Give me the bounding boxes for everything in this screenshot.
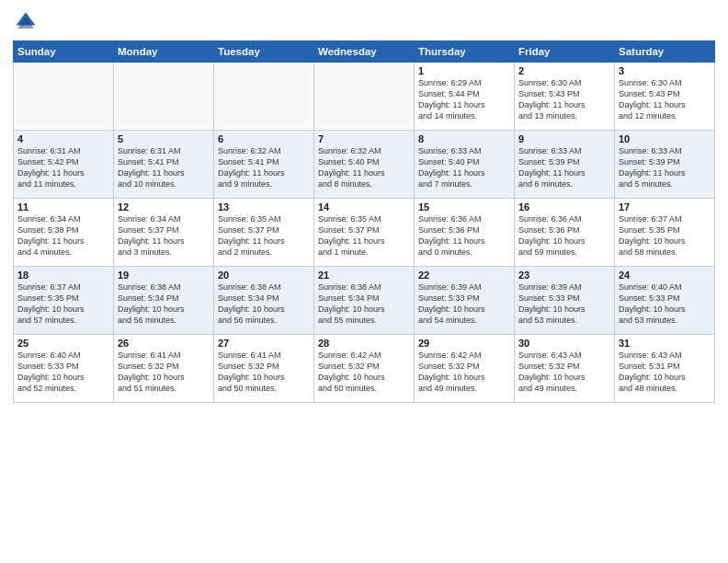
day-number: 25 (17, 338, 109, 349)
day-number: 17 (619, 201, 711, 213)
day-info: Sunrise: 6:41 AM Sunset: 5:32 PM Dayligh… (118, 350, 210, 395)
day-info: Sunrise: 6:43 AM Sunset: 5:32 PM Dayligh… (518, 350, 610, 395)
weekday-header-wednesday: Wednesday (314, 41, 415, 63)
day-info: Sunrise: 6:41 AM Sunset: 5:32 PM Dayligh… (218, 350, 310, 395)
calendar-cell: 4Sunrise: 6:31 AM Sunset: 5:42 PM Daylig… (14, 131, 114, 199)
day-info: Sunrise: 6:33 AM Sunset: 5:39 PM Dayligh… (518, 145, 610, 190)
day-info: Sunrise: 6:32 AM Sunset: 5:40 PM Dayligh… (318, 145, 410, 190)
weekday-header-sunday: Sunday (14, 41, 114, 63)
calendar-cell: 11Sunrise: 6:34 AM Sunset: 5:38 PM Dayli… (14, 199, 114, 267)
day-number: 6 (218, 133, 310, 144)
weekday-header-saturday: Saturday (615, 41, 715, 63)
day-info: Sunrise: 6:35 AM Sunset: 5:37 PM Dayligh… (218, 213, 310, 259)
day-info: Sunrise: 6:40 AM Sunset: 5:33 PM Dayligh… (17, 350, 109, 395)
day-number: 3 (619, 65, 711, 76)
day-number: 26 (118, 338, 210, 349)
day-number: 14 (318, 201, 410, 213)
week-row-5: 25Sunrise: 6:40 AM Sunset: 5:33 PM Dayli… (14, 335, 715, 403)
calendar-cell: 18Sunrise: 6:37 AM Sunset: 5:35 PM Dayli… (14, 267, 114, 335)
day-info: Sunrise: 6:30 AM Sunset: 5:43 PM Dayligh… (518, 77, 610, 122)
weekday-header-thursday: Thursday (415, 41, 515, 63)
day-info: Sunrise: 6:39 AM Sunset: 5:33 PM Dayligh… (418, 282, 510, 327)
calendar-cell: 21Sunrise: 6:38 AM Sunset: 5:34 PM Dayli… (314, 267, 415, 335)
calendar-cell: 1Sunrise: 6:29 AM Sunset: 5:44 PM Daylig… (415, 63, 515, 131)
day-info: Sunrise: 6:42 AM Sunset: 5:32 PM Dayligh… (318, 350, 410, 395)
day-info: Sunrise: 6:29 AM Sunset: 5:44 PM Dayligh… (418, 77, 510, 122)
day-info: Sunrise: 6:31 AM Sunset: 5:41 PM Dayligh… (118, 145, 210, 190)
day-number: 24 (619, 270, 711, 281)
day-number: 27 (218, 338, 310, 349)
day-number: 7 (318, 133, 410, 144)
calendar-cell (214, 63, 314, 131)
day-info: Sunrise: 6:38 AM Sunset: 5:34 PM Dayligh… (218, 282, 310, 327)
day-info: Sunrise: 6:34 AM Sunset: 5:37 PM Dayligh… (118, 213, 210, 259)
calendar-cell: 30Sunrise: 6:43 AM Sunset: 5:32 PM Dayli… (515, 335, 615, 403)
day-number: 4 (17, 133, 109, 144)
day-info: Sunrise: 6:37 AM Sunset: 5:35 PM Dayligh… (619, 213, 711, 259)
calendar-cell: 31Sunrise: 6:43 AM Sunset: 5:31 PM Dayli… (615, 335, 715, 403)
calendar-cell: 25Sunrise: 6:40 AM Sunset: 5:33 PM Dayli… (14, 335, 114, 403)
day-number: 9 (518, 133, 610, 144)
header (13, 9, 715, 35)
calendar-cell: 6Sunrise: 6:32 AM Sunset: 5:41 PM Daylig… (214, 131, 314, 199)
calendar-table: SundayMondayTuesdayWednesdayThursdayFrid… (13, 40, 715, 403)
calendar-cell: 24Sunrise: 6:40 AM Sunset: 5:33 PM Dayli… (615, 267, 715, 335)
calendar-cell: 8Sunrise: 6:33 AM Sunset: 5:40 PM Daylig… (415, 131, 515, 199)
day-number: 5 (118, 133, 210, 144)
calendar-cell: 23Sunrise: 6:39 AM Sunset: 5:33 PM Dayli… (515, 267, 615, 335)
calendar-cell: 16Sunrise: 6:36 AM Sunset: 5:36 PM Dayli… (515, 199, 615, 267)
week-row-4: 18Sunrise: 6:37 AM Sunset: 5:35 PM Dayli… (14, 267, 715, 335)
day-info: Sunrise: 6:32 AM Sunset: 5:41 PM Dayligh… (218, 145, 310, 190)
calendar-cell: 5Sunrise: 6:31 AM Sunset: 5:41 PM Daylig… (114, 131, 214, 199)
weekday-header-friday: Friday (515, 41, 615, 63)
day-number: 28 (318, 338, 410, 349)
day-number: 11 (17, 201, 109, 213)
calendar-cell: 15Sunrise: 6:36 AM Sunset: 5:36 PM Dayli… (415, 199, 515, 267)
day-info: Sunrise: 6:31 AM Sunset: 5:42 PM Dayligh… (17, 145, 109, 190)
logo-icon (13, 9, 39, 35)
calendar-cell: 3Sunrise: 6:30 AM Sunset: 5:43 PM Daylig… (615, 63, 715, 131)
calendar-cell: 9Sunrise: 6:33 AM Sunset: 5:39 PM Daylig… (515, 131, 615, 199)
day-info: Sunrise: 6:38 AM Sunset: 5:34 PM Dayligh… (318, 282, 410, 327)
day-number: 19 (118, 270, 210, 281)
day-info: Sunrise: 6:40 AM Sunset: 5:33 PM Dayligh… (619, 282, 711, 327)
calendar-cell: 26Sunrise: 6:41 AM Sunset: 5:32 PM Dayli… (114, 335, 214, 403)
weekday-header-monday: Monday (114, 41, 214, 63)
calendar-cell: 29Sunrise: 6:42 AM Sunset: 5:32 PM Dayli… (415, 335, 515, 403)
day-number: 23 (518, 270, 610, 281)
day-info: Sunrise: 6:39 AM Sunset: 5:33 PM Dayligh… (518, 282, 610, 327)
calendar-cell: 7Sunrise: 6:32 AM Sunset: 5:40 PM Daylig… (314, 131, 415, 199)
day-info: Sunrise: 6:43 AM Sunset: 5:31 PM Dayligh… (619, 350, 711, 395)
day-info: Sunrise: 6:37 AM Sunset: 5:35 PM Dayligh… (17, 282, 109, 327)
day-info: Sunrise: 6:33 AM Sunset: 5:39 PM Dayligh… (619, 145, 711, 190)
calendar-cell: 10Sunrise: 6:33 AM Sunset: 5:39 PM Dayli… (615, 131, 715, 199)
calendar-cell: 22Sunrise: 6:39 AM Sunset: 5:33 PM Dayli… (415, 267, 515, 335)
page: SundayMondayTuesdayWednesdayThursdayFrid… (0, 0, 728, 563)
weekday-header-tuesday: Tuesday (214, 41, 314, 63)
day-info: Sunrise: 6:36 AM Sunset: 5:36 PM Dayligh… (418, 213, 510, 259)
day-info: Sunrise: 6:34 AM Sunset: 5:38 PM Dayligh… (17, 213, 109, 259)
calendar-cell: 19Sunrise: 6:38 AM Sunset: 5:34 PM Dayli… (114, 267, 214, 335)
calendar-cell (14, 63, 114, 131)
calendar-cell: 28Sunrise: 6:42 AM Sunset: 5:32 PM Dayli… (314, 335, 415, 403)
calendar-cell: 20Sunrise: 6:38 AM Sunset: 5:34 PM Dayli… (214, 267, 314, 335)
day-number: 16 (518, 201, 610, 213)
calendar-cell: 13Sunrise: 6:35 AM Sunset: 5:37 PM Dayli… (214, 199, 314, 267)
week-row-3: 11Sunrise: 6:34 AM Sunset: 5:38 PM Dayli… (14, 199, 715, 267)
day-number: 30 (518, 338, 610, 349)
day-number: 31 (619, 338, 711, 349)
day-info: Sunrise: 6:30 AM Sunset: 5:43 PM Dayligh… (619, 77, 711, 122)
day-number: 15 (418, 201, 510, 213)
day-number: 8 (418, 133, 510, 144)
calendar-cell: 12Sunrise: 6:34 AM Sunset: 5:37 PM Dayli… (114, 199, 214, 267)
day-number: 21 (318, 270, 410, 281)
weekday-header-row: SundayMondayTuesdayWednesdayThursdayFrid… (14, 41, 715, 63)
day-info: Sunrise: 6:36 AM Sunset: 5:36 PM Dayligh… (518, 213, 610, 259)
day-info: Sunrise: 6:35 AM Sunset: 5:37 PM Dayligh… (318, 213, 410, 259)
day-number: 22 (418, 270, 510, 281)
calendar-cell (314, 63, 415, 131)
day-number: 18 (17, 270, 109, 281)
day-number: 10 (619, 133, 711, 144)
day-info: Sunrise: 6:33 AM Sunset: 5:40 PM Dayligh… (418, 145, 510, 190)
day-number: 2 (518, 65, 610, 76)
